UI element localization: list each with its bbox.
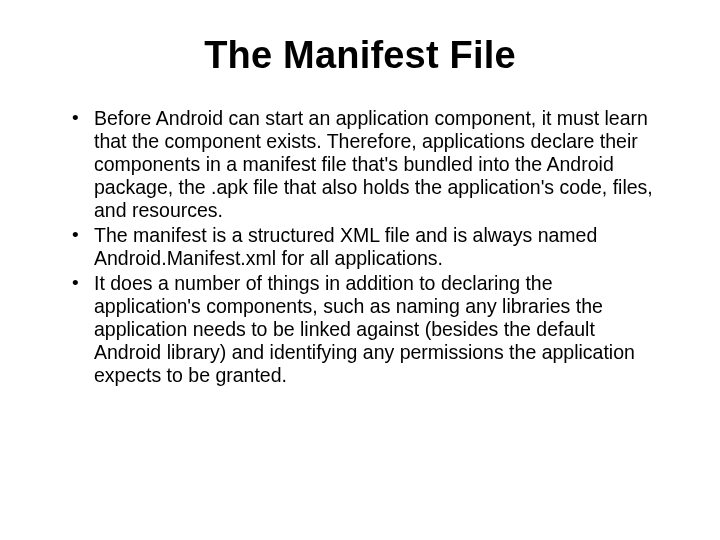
list-item: Before Android can start an application … bbox=[72, 107, 660, 222]
slide-title: The Manifest File bbox=[48, 34, 672, 77]
bullet-list: Before Android can start an application … bbox=[48, 107, 672, 387]
list-item: It does a number of things in addition t… bbox=[72, 272, 660, 387]
slide-body: Before Android can start an application … bbox=[48, 107, 672, 387]
list-item: The manifest is a structured XML file an… bbox=[72, 224, 660, 270]
slide: The Manifest File Before Android can sta… bbox=[0, 0, 720, 540]
